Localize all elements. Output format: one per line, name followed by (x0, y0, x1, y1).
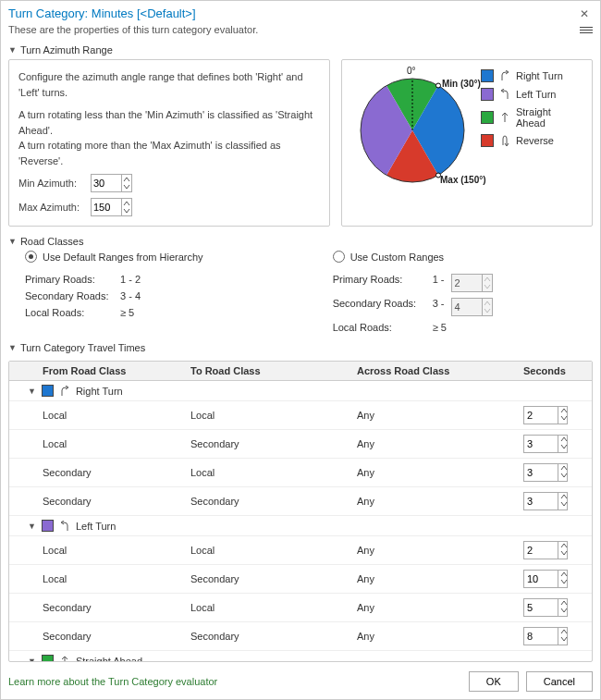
seconds-input[interactable] (524, 464, 558, 481)
section-azimuth-header[interactable]: ▼ Turn Azimuth Range (8, 44, 593, 55)
cancel-button[interactable]: Cancel (526, 671, 593, 692)
stepper-arrows[interactable] (558, 407, 570, 424)
seconds-input[interactable] (524, 542, 558, 559)
cell-from: Local (9, 541, 185, 559)
table-group-row[interactable]: ▼Left Turn (9, 516, 592, 536)
min-azimuth-input[interactable] (92, 176, 121, 190)
seconds-stepper[interactable] (523, 463, 568, 482)
left-turn-icon (59, 521, 70, 532)
straight-icon (499, 112, 510, 123)
seconds-input[interactable] (524, 628, 558, 645)
custom-secondary-prefix: 3 - (433, 298, 445, 316)
legend-straight: Straight Ahead (516, 106, 583, 129)
cell-across: Any (351, 492, 518, 510)
cell-across: Any (351, 570, 518, 588)
straight-turn-icon (59, 656, 70, 662)
stepper-arrows[interactable] (558, 464, 570, 481)
seconds-stepper[interactable] (523, 406, 568, 424)
seconds-stepper[interactable] (523, 435, 568, 453)
legend-right: Right Turn (516, 70, 563, 81)
seconds-stepper[interactable] (523, 598, 568, 617)
window-title: Turn Category: Minutes [<Default>] (8, 6, 196, 20)
chevron-down-icon: ▼ (8, 343, 17, 352)
seconds-stepper[interactable] (523, 570, 568, 588)
legend-reverse: Reverse (516, 135, 554, 146)
stepper-arrows[interactable] (558, 599, 570, 616)
max-azimuth-label: Max Azimuth: (18, 200, 85, 215)
section-road-classes-header[interactable]: ▼ Road Classes (8, 236, 593, 247)
reverse-icon (499, 135, 510, 146)
right-turn-icon (59, 386, 70, 397)
close-icon[interactable]: ✕ (576, 7, 593, 20)
section-travel-times-title: Turn Category Travel Times (20, 342, 145, 353)
travel-times-table: From Road Class To Road Class Across Roa… (8, 361, 593, 662)
azimuth-desc-1: Configure the azimuth angle range that d… (18, 69, 320, 100)
stepper-arrows[interactable] (558, 493, 570, 510)
min-azimuth-stepper[interactable] (91, 174, 132, 192)
cell-to: Local (185, 463, 351, 482)
secondary-roads-label-c: Secondary Roads: (333, 298, 425, 316)
right-turn-icon (499, 70, 510, 81)
section-travel-times-header[interactable]: ▼ Turn Category Travel Times (8, 342, 593, 353)
seconds-input[interactable] (524, 407, 558, 424)
seconds-stepper[interactable] (523, 627, 568, 645)
table-row: SecondarySecondaryAny (9, 487, 592, 516)
local-roads-label: Local Roads: (25, 307, 113, 318)
svg-point-2 (436, 83, 441, 88)
seconds-stepper[interactable] (523, 541, 568, 559)
cell-from: Secondary (9, 463, 185, 482)
cell-to: Local (185, 541, 351, 559)
stepper-arrows[interactable] (558, 628, 570, 645)
cell-across: Any (351, 598, 518, 617)
seconds-input[interactable] (524, 436, 558, 452)
cell-from: Secondary (9, 492, 185, 510)
seconds-input[interactable] (524, 599, 558, 616)
cell-across: Any (351, 463, 518, 482)
legend-swatch-right (481, 69, 494, 82)
default-ranges-label: Use Default Ranges from Hierarchy (43, 252, 203, 263)
stepper-arrows[interactable] (558, 571, 570, 587)
local-roads-value: ≥ 5 (120, 307, 134, 318)
cell-to: Secondary (185, 570, 351, 588)
cell-to: Secondary (185, 435, 351, 453)
stepper-arrows[interactable] (558, 436, 570, 452)
ok-button[interactable]: OK (469, 671, 519, 692)
seconds-stepper[interactable] (523, 492, 568, 510)
section-azimuth-title: Turn Azimuth Range (20, 44, 113, 55)
cell-from: Local (9, 406, 185, 424)
learn-more-link[interactable]: Learn more about the Turn Category evalu… (8, 676, 217, 687)
cell-across: Any (351, 406, 518, 424)
legend-swatch-left (481, 88, 494, 101)
secondary-roads-value: 3 - 4 (120, 290, 141, 301)
azimuth-config-box: Configure the azimuth angle range that d… (8, 59, 330, 227)
max-azimuth-stepper[interactable] (91, 198, 132, 216)
radio-custom-ranges[interactable]: Use Custom Ranges (333, 251, 494, 263)
table-row: LocalSecondaryAny (9, 430, 592, 459)
secondary-roads-label: Secondary Roads: (25, 290, 113, 301)
menu-icon[interactable] (578, 27, 593, 33)
stepper-arrows[interactable] (121, 199, 131, 215)
radio-default-ranges[interactable]: Use Default Ranges from Hierarchy (25, 251, 203, 263)
chevron-down-icon: ▼ (8, 237, 17, 246)
custom-secondary-stepper (451, 298, 493, 316)
azimuth-legend: Right Turn Left Turn Straight Ahead Reve… (481, 69, 583, 216)
min-azimuth-label: Min Azimuth: (18, 176, 85, 191)
group-swatch (42, 655, 54, 661)
pie-min-label: Min (30°) (442, 79, 481, 89)
group-label: Right Turn (76, 386, 123, 397)
seconds-input[interactable] (524, 571, 558, 587)
azimuth-pie-chart: 0° Min (30°) Max (150°) (351, 69, 473, 191)
group-swatch (42, 520, 54, 532)
seconds-input[interactable] (524, 493, 558, 510)
table-group-row[interactable]: ▼Straight Ahead (9, 651, 592, 661)
table-group-row[interactable]: ▼Right Turn (9, 381, 592, 401)
custom-local-value: ≥ 5 (433, 322, 447, 333)
group-label: Straight Ahead (76, 656, 142, 662)
azimuth-chart-box: 0° Min (30°) Max (150°) Right Turn Left … (341, 59, 593, 227)
radio-icon (25, 251, 37, 263)
azimuth-desc-2: A turn rotating less than the 'Min Azimu… (18, 107, 320, 138)
max-azimuth-input[interactable] (92, 200, 121, 215)
primary-roads-label: Primary Roads: (25, 274, 113, 285)
stepper-arrows[interactable] (121, 175, 131, 191)
stepper-arrows[interactable] (558, 542, 570, 559)
